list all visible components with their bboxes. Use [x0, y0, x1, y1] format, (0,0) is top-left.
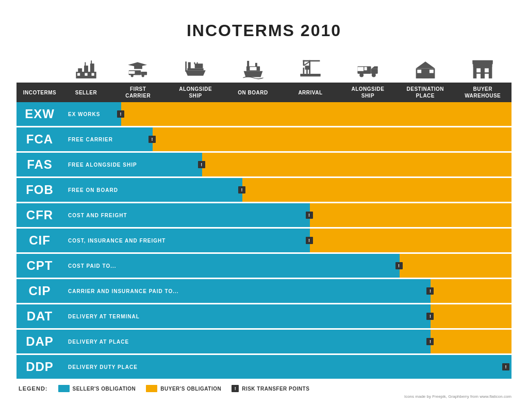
svg-rect-42: [430, 70, 434, 73]
row-bar-area: FREE ALONGSIDE SHIP!: [63, 153, 512, 176]
svg-rect-23: [250, 67, 256, 71]
svg-rect-4: [77, 73, 80, 76]
table-row: CFRCOST AND FREIGHT!: [16, 203, 512, 227]
table-row: FASFREE ALONGSIDE SHIP!: [16, 153, 512, 176]
svg-rect-5: [85, 73, 87, 76]
row-description: DELIVERY DUTY PLACE: [68, 364, 138, 370]
th-first-carrier: FIRSTCARRIER: [109, 83, 167, 102]
risk-transfer-point: !: [306, 212, 313, 219]
svg-rect-7: [85, 62, 86, 67]
risk-transfer-point: !: [502, 363, 509, 370]
row-bar-area: DELIVERY AT PLACE!: [63, 330, 512, 353]
th-incoterms: INCOTERMS: [16, 83, 63, 102]
svg-point-12: [141, 74, 144, 77]
risk-transfer-point: !: [238, 186, 245, 193]
row-bar-area: COST PAID TO...!: [63, 254, 512, 278]
seller-bar: COST PAID TO...!: [63, 254, 400, 278]
svg-rect-17: [195, 63, 203, 68]
seller-bar: FREE CARRIER!: [63, 127, 153, 151]
row-description: DELIVERY AT PLACE: [68, 339, 129, 345]
row-description: FREE CARRIER: [68, 137, 113, 142]
row-description: FREE ALONGSIDE SHIP: [68, 162, 137, 168]
legend-seller: SELLER'S OBLIGATION: [58, 385, 136, 392]
th-seller: SELLER: [63, 83, 109, 102]
svg-rect-13: [128, 71, 135, 74]
row-bar-area: COST AND FREIGHT!: [63, 203, 512, 227]
th-alongside-ship1: ALONGSIDESHIP: [167, 83, 224, 102]
page-title: INCOTERMS 2010: [16, 21, 512, 40]
legend-title: LEGEND:: [19, 385, 48, 392]
row-description: EX WORKS: [68, 111, 100, 117]
seller-bar: FREE ALONGSIDE SHIP!: [63, 153, 202, 176]
svg-rect-30: [303, 68, 305, 74]
risk-transfer-point: !: [117, 110, 124, 118]
svg-rect-2: [84, 66, 88, 72]
credit: Icons made by Freepik, Graphberry from w…: [16, 394, 512, 399]
risk-transfer-point: !: [426, 338, 434, 345]
svg-rect-31: [306, 68, 308, 74]
seller-bar: EX WORKS!: [63, 102, 121, 126]
row-description: COST, INSURANCE AND FREIGHT: [68, 238, 166, 244]
row-bar-area: FREE CARRIER!: [63, 127, 512, 151]
svg-rect-18: [194, 62, 195, 64]
legend-risk-box: !: [232, 385, 239, 392]
arrival-icon: [300, 50, 321, 80]
svg-rect-8: [91, 60, 92, 64]
row-code: EXW: [16, 102, 63, 126]
row-bar-area: FREE ON BOARD!: [63, 178, 512, 202]
svg-rect-19: [197, 62, 198, 64]
row-code: FAS: [16, 153, 63, 176]
svg-rect-36: [358, 67, 364, 71]
row-code: DDP: [16, 355, 63, 379]
svg-rect-6: [92, 73, 94, 76]
svg-rect-15: [187, 68, 204, 70]
risk-transfer-point: !: [426, 313, 434, 320]
legend-buyer: BUYER'S OBLIGATION: [146, 385, 221, 392]
buyer-warehouse-icon: [472, 50, 493, 80]
th-buyer-warehouse: BUYERWAREHOUSE: [454, 83, 512, 102]
risk-transfer-point: !: [426, 287, 434, 295]
row-description: DELIVERY AT TERMINAL: [68, 314, 140, 319]
th-destination-place: DESTINATIONPLACE: [397, 83, 454, 102]
legend-risk: ! RISK TRANSFER POINTS: [232, 385, 309, 392]
seller-bar: COST AND FREIGHT!: [63, 203, 310, 227]
seller-bar: FREE ON BOARD!: [63, 178, 242, 202]
legend-seller-label: SELLER'S OBLIGATION: [73, 386, 136, 392]
first-carrier-icon: [127, 50, 149, 80]
table-row: CIFCOST, INSURANCE AND FREIGHT!: [16, 229, 512, 252]
svg-rect-29: [300, 74, 320, 76]
row-bar-area: COST, INSURANCE AND FREIGHT!: [63, 229, 512, 252]
icons-row: [16, 50, 512, 80]
table-row: DAPDELIVERY AT PLACE!: [16, 330, 512, 353]
seller-bar: DELIVERY DUTY PLACE: [63, 355, 512, 379]
legend-seller-box: [58, 385, 70, 392]
legend-buyer-label: BUYER'S OBLIGATION: [160, 386, 221, 392]
row-description: CARRIER AND INSURANCE PAID TO...: [68, 288, 179, 294]
svg-rect-45: [476, 68, 481, 72]
alongside-ship2-icon: [357, 50, 378, 80]
row-description: COST AND FREIGHT: [68, 213, 127, 218]
svg-rect-41: [417, 70, 421, 73]
svg-point-35: [372, 73, 376, 77]
table-row: CPTCOST PAID TO...!: [16, 254, 512, 278]
main-container: INCOTERMS 2010: [11, 11, 517, 409]
row-code: DAT: [16, 304, 63, 328]
row-code: CPT: [16, 254, 63, 278]
destination-place-icon: [415, 50, 436, 80]
table-row: CIPCARRIER AND INSURANCE PAID TO...!: [16, 279, 512, 303]
legend: LEGEND: SELLER'S OBLIGATION BUYER'S OBLI…: [16, 385, 512, 392]
svg-rect-25: [303, 60, 320, 62]
svg-rect-33: [371, 69, 378, 74]
seller-bar: DELIVERY AT PLACE!: [63, 330, 431, 353]
risk-transfer-point: !: [148, 136, 156, 143]
th-on-board: ON BOARD: [224, 83, 282, 102]
table-header: INCOTERMS SELLER FIRSTCARRIER ALONGSIDES…: [16, 83, 512, 102]
svg-rect-46: [485, 68, 489, 72]
svg-rect-14: [188, 62, 191, 69]
table-row: FCAFREE CARRIER!: [16, 127, 512, 151]
risk-transfer-point: !: [306, 237, 313, 244]
seller-bar: CARRIER AND INSURANCE PAID TO...!: [63, 279, 431, 303]
svg-rect-48: [485, 74, 489, 78]
row-bar-area: EX WORKS!: [63, 102, 512, 126]
th-alongside-ship2: ALONGSIDESHIP: [339, 83, 397, 102]
